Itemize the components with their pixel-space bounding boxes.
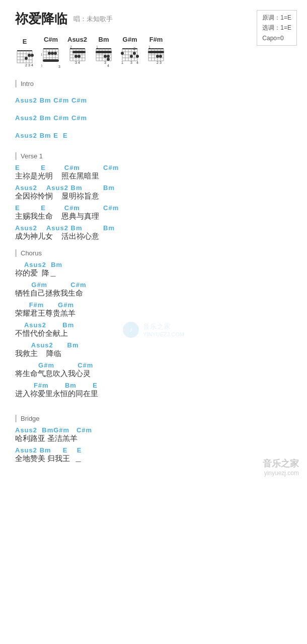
bridge-pair-2: Asus2 Bm E E 全地赞美 归我王 ＿ xyxy=(15,446,292,464)
chorus-chord-1: Asus2 Bm xyxy=(15,261,292,268)
verse1-section: Verse 1 E E C#m C#m 主祢是光明 照在黑暗里 Asus2 As… xyxy=(15,152,292,241)
chorus-lyric-2: 牺牲自己拯救我生命 xyxy=(15,289,292,298)
original-key: 原调：1=E xyxy=(262,13,291,23)
bridge-section: Bridge Asus2 BmG#m C#m 哈利路亚 圣洁羔羊 Asus2 B… xyxy=(15,415,292,464)
svg-point-13 xyxy=(31,54,34,57)
intro-line-1: Asus2 Bm C#m C#m xyxy=(15,97,292,104)
svg-rect-100 xyxy=(148,51,164,53)
svg-point-101 xyxy=(156,55,159,58)
svg-text:4: 4 xyxy=(78,61,80,64)
song-title: 祢爱降临 xyxy=(15,10,67,28)
verse1-chord-4: Asus2 Asus2 Bm Bm xyxy=(15,224,292,232)
chorus-pair-5: Asus2 Bm 我救主 降临 xyxy=(15,341,292,358)
verse1-lyric-2: 全因祢怜悯 显明祢旨意 xyxy=(15,192,292,201)
chorus-lyric-4: 不惜代价全献上 xyxy=(15,329,292,338)
bottom-watermark: 音乐之家 yinyuezj.com xyxy=(263,457,299,477)
svg-rect-46 xyxy=(72,51,86,53)
verse1-label: Verse 1 xyxy=(15,152,292,160)
singer-label: 唱：未知歌手 xyxy=(73,15,113,24)
svg-text:3: 3 xyxy=(28,63,30,67)
capo: Capo=0 xyxy=(262,33,291,43)
title-area: 祢爱降临 唱：未知歌手 xyxy=(15,10,292,28)
svg-point-48 xyxy=(78,55,81,58)
svg-point-29 xyxy=(48,52,51,55)
svg-point-47 xyxy=(74,55,78,58)
chorus-label: Chorus xyxy=(15,249,292,257)
chorus-chord-2: G#m C#m xyxy=(15,281,292,289)
verse1-pair-1: E E C#m C#m 主祢是光明 照在黑暗里 xyxy=(15,164,292,181)
chorus-chord-4: Asus2 Bm xyxy=(15,321,292,329)
svg-point-12 xyxy=(28,54,31,57)
svg-rect-28 xyxy=(43,59,59,62)
svg-point-31 xyxy=(54,52,57,55)
chorus-pair-4: Asus2 Bm 不惜代价全献上 xyxy=(15,321,292,338)
intro-line-3: Asus2 Bm E E xyxy=(15,132,292,139)
svg-point-82 xyxy=(130,55,133,58)
verse1-pair-2: Asus2 Asus2 Bm Bm 全因祢怜悯 显明祢旨意 xyxy=(15,184,292,201)
chorus-lyric-1: 祢的爱 降＿ xyxy=(15,268,292,278)
verse1-pair-3: E E C#m C#m 主赐我生命 恩典与真理 xyxy=(15,204,292,221)
svg-text:2: 2 xyxy=(133,47,135,50)
chord-diagrams: E 2 3 4 xyxy=(15,36,292,70)
verse1-chord-3: E E C#m C#m xyxy=(15,204,292,212)
intro-section: Intro Asus2 Bm C#m C#m Asus2 Bm C#m C#m … xyxy=(15,80,292,144)
svg-text:1: 1 xyxy=(121,61,123,64)
svg-text:4: 4 xyxy=(41,53,42,56)
chorus-lyric-5: 我救主 降临 xyxy=(15,349,292,358)
bottom-watermark-cn: 音乐之家 xyxy=(263,457,299,470)
svg-point-64 xyxy=(104,55,107,58)
chord-Bm: Bm 1 3 4 xyxy=(94,36,113,70)
verse1-lyric-4: 成为神儿女 活出祢心意 xyxy=(15,232,292,241)
chord-Cshm: C#m 4 3 5 xyxy=(41,36,60,70)
chorus-chord-5: Asus2 Bm xyxy=(15,341,292,349)
svg-text:4: 4 xyxy=(31,63,33,67)
chorus-lyric-3: 荣耀君王尊贵羔羊 xyxy=(15,309,292,318)
bridge-label: Bridge xyxy=(15,415,292,422)
chorus-chord-6: G#m C#m xyxy=(15,361,292,369)
chord-Fshm: F#m 1 2 3 xyxy=(146,36,166,70)
chorus-section: Chorus Asus2 Bm 祢的爱 降＿ G#m C#m 牺牲自己拯救我生命… xyxy=(15,249,292,407)
svg-rect-63 xyxy=(96,51,112,53)
bridge-lyric-1: 哈利路亚 圣洁羔羊 xyxy=(15,434,292,443)
svg-text:3: 3 xyxy=(160,61,162,64)
svg-text:5: 5 xyxy=(41,64,42,67)
chorus-pair-1: Asus2 Bm 祢的爱 降＿ xyxy=(15,261,292,278)
svg-text:2: 2 xyxy=(25,63,27,67)
svg-point-83 xyxy=(133,52,136,55)
chord-E: E 2 3 4 xyxy=(15,38,34,70)
verse1-lyric-1: 主祢是光明 照在黑暗里 xyxy=(15,171,292,181)
intro-line-2: Asus2 Bm C#m C#m xyxy=(15,114,292,122)
chord-Gshm: G#m 1 3 2 4 xyxy=(120,36,139,70)
verse1-chord-2: Asus2 Asus2 Bm Bm xyxy=(15,184,292,192)
svg-text:3: 3 xyxy=(104,61,106,64)
bridge-pair-1: Asus2 BmG#m C#m 哈利路亚 圣洁羔羊 xyxy=(15,426,292,443)
svg-point-30 xyxy=(51,52,54,55)
verse1-pair-4: Asus2 Asus2 Bm Bm 成为神儿女 活出祢心意 xyxy=(15,224,292,241)
key-info-box: 原调：1=E 选调：1=E Capo=0 xyxy=(257,10,297,46)
chorus-lyric-6: 将生命气息吹入我心灵 xyxy=(15,369,292,379)
svg-point-11 xyxy=(25,57,28,60)
chorus-chord-3: F#m G#m xyxy=(15,301,292,309)
svg-text:1: 1 xyxy=(148,45,150,49)
verse1-lyric-3: 主赐我生命 恩典与真理 xyxy=(15,212,292,221)
chorus-pair-2: G#m C#m 牺牲自己拯救我生命 xyxy=(15,281,292,298)
svg-text:1: 1 xyxy=(96,45,98,49)
svg-text:2: 2 xyxy=(157,61,159,64)
chorus-chord-7: F#m Bm E xyxy=(15,382,292,389)
svg-text:2: 2 xyxy=(70,45,72,49)
svg-text:3: 3 xyxy=(75,61,77,64)
svg-point-66 xyxy=(107,58,110,61)
svg-point-81 xyxy=(121,52,124,55)
intro-label: Intro xyxy=(15,80,292,87)
bottom-watermark-url: yinyuezj.com xyxy=(263,470,299,477)
svg-text:4: 4 xyxy=(107,64,109,67)
svg-text:4: 4 xyxy=(136,61,138,64)
bridge-chord-2: Asus2 Bm E E xyxy=(15,446,292,454)
svg-point-102 xyxy=(159,55,162,58)
verse1-chord-1: E E C#m C#m xyxy=(15,164,292,171)
bridge-chord-1: Asus2 BmG#m C#m xyxy=(15,426,292,434)
chord-Asus2: Asus2 2 3 4 xyxy=(67,36,87,70)
chorus-pair-3: F#m G#m 荣耀君王尊贵羔羊 xyxy=(15,301,292,318)
chorus-pair-6: G#m C#m 将生命气息吹入我心灵 xyxy=(15,361,292,379)
bridge-lyric-2: 全地赞美 归我王 ＿ xyxy=(15,454,292,464)
